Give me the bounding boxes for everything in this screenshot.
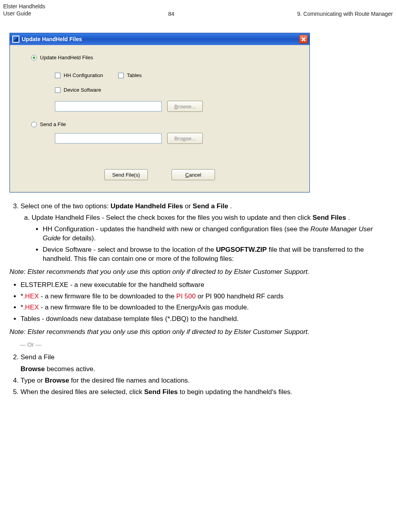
cancel-button[interactable]: Cancel <box>172 169 215 180</box>
step5-c: to begin updating the handheld's files. <box>180 388 292 396</box>
sub-hex1-end: or PI 900 handheld RF cards <box>196 292 283 300</box>
sub-bullet-hex-gas: *.HEX - a new firmware file to be downlo… <box>21 303 387 312</box>
sub-hex2-end: - a new firmware file to be downloaded t… <box>39 304 249 311</box>
button-text: Send File(s) <box>112 172 140 178</box>
button-mnemonic: B <box>174 104 178 109</box>
dialog-body: Update HandHeld Files HH Configuration T… <box>10 45 309 192</box>
bullet-hh-config: HH Configuration - updates the handheld … <box>43 225 387 243</box>
note-2: Note: Elster recommends that you only us… <box>9 328 387 337</box>
step3-bold2: Send a File <box>193 202 228 210</box>
bullet-tables: Tables - downloads new database template… <box>21 315 387 324</box>
running-header: Elster Handhelds User Guide 84 9. Commun… <box>3 3 393 17</box>
dialog-button-row: Send File(s) Cancel <box>19 169 300 180</box>
step3a-bold: Send Files <box>313 214 346 221</box>
send-file-path-input[interactable] <box>55 133 162 143</box>
step-3: Select one of the two options: Update Ha… <box>21 202 387 264</box>
header-right: 9. Communicating with Route Manager <box>297 11 393 17</box>
step3a-text-a: Update Handheld Files - Select the check… <box>32 214 313 221</box>
note-1: Note: Elster recommends that you only us… <box>9 268 387 277</box>
bullet-tables-text: Tables - downloads new database template… <box>21 315 239 323</box>
sub-hex1-mid: - a new firmware file to be downloaded t… <box>39 292 176 300</box>
check-device-sw-label: Device Software <box>64 87 101 93</box>
bullet-hhconfig-b: for details). <box>62 234 96 242</box>
step3b-browse-b: becomes active. <box>47 365 95 373</box>
sub-hex1-red1: .HEX <box>23 292 39 300</box>
sub-hex1-a: * <box>21 292 23 300</box>
step3-bold1: Update Handheld Files <box>111 202 183 210</box>
step3-text-a: Select one of the two options: <box>21 202 111 210</box>
checkbox-icon[interactable] <box>118 73 124 78</box>
button-mnemonic: w <box>182 136 186 141</box>
step-3b: Send a File Browse becomes active. <box>21 353 387 374</box>
step-3a: Update Handheld Files - Select the check… <box>32 213 387 264</box>
check-hh-config-label: HH Configuration <box>64 72 103 78</box>
note2-label: Note: <box>9 328 26 336</box>
dialog-titlebar[interactable]: Update HandHeld Files <box>10 33 309 45</box>
note1-text: Elster recommends that you only use this… <box>27 268 309 275</box>
sub-hex2-red: .HEX <box>23 304 39 311</box>
radio-icon[interactable] <box>31 122 37 127</box>
bullet-devsw-a: Device Software - select and browse to t… <box>43 246 216 253</box>
note2-text: Elster recommends that you only use this… <box>27 328 309 336</box>
header-left: Elster Handhelds User Guide <box>3 3 45 17</box>
window-icon <box>12 36 19 43</box>
header-left-line2: User Guide <box>3 10 45 17</box>
bullet-devsw-bold: UPGSOFTW.ZIP <box>216 246 266 253</box>
step-4: Type or Browse for the desired file name… <box>21 376 387 385</box>
button-text: rowse... <box>178 104 196 109</box>
send-files-button[interactable]: Send File(s) <box>104 169 148 180</box>
step4-a: Type or <box>21 377 45 384</box>
button-text-pre: Bro <box>174 136 182 141</box>
check-tables-label: Tables <box>127 72 142 78</box>
browse-send-file-button[interactable]: Browse... <box>167 133 203 144</box>
sub-hex1-red2: PI 500 <box>176 292 196 300</box>
step-5: When the desired files are selected, cli… <box>21 388 387 397</box>
radio-sendfile-label: Send a File <box>40 121 66 127</box>
sub-hex2-a: * <box>21 304 23 311</box>
step4-c: for the desired file names and locations… <box>71 377 190 384</box>
radio-sendfile-row[interactable]: Send a File <box>31 121 300 127</box>
step3b-text: Send a File <box>21 353 55 361</box>
sub-bullet-hex-pi500: *.HEX - a new firmware file to be downlo… <box>21 292 387 301</box>
button-text-post: se... <box>186 136 196 141</box>
checkbox-icon[interactable] <box>55 73 60 78</box>
page-number: 84 <box>45 11 297 17</box>
device-software-path-input[interactable] <box>55 101 162 111</box>
step3a-text-end: . <box>348 214 350 221</box>
step3-text-end: . <box>230 202 232 210</box>
radio-update-label: Update HandHeld Files <box>40 55 93 60</box>
check-hh-config[interactable]: HH Configuration <box>55 72 118 78</box>
device-software-path-row: Browse... <box>55 101 300 112</box>
check-device-software[interactable]: Device Software <box>55 87 118 93</box>
dialog-title: Update HandHeld Files <box>22 36 299 42</box>
step3b-browse-bold: Browse <box>21 365 45 373</box>
sub-bullet-elsterpi: ELSTERPI.EXE - a new executable for the … <box>21 281 387 290</box>
sub-elsterpi: ELSTERPI.EXE - a new executable for the … <box>21 281 204 289</box>
step3-text-mid: or <box>185 202 193 210</box>
browse-device-software-button[interactable]: Browse... <box>167 101 203 112</box>
send-file-path-row: Browse... <box>55 133 300 144</box>
note1-label: Note: <box>9 268 26 275</box>
or-separator: — Or — <box>20 341 387 349</box>
checkbox-icon[interactable] <box>55 87 60 93</box>
bullet-device-software: Device Software - select and browse to t… <box>43 245 387 264</box>
header-left-line1: Elster Handhelds <box>3 3 45 10</box>
dialog-window: Update HandHeld Files Update HandHeld Fi… <box>9 33 310 192</box>
check-tables[interactable]: Tables <box>118 72 181 78</box>
step5-a: When the desired files are selected, cli… <box>21 388 144 396</box>
step5-bold: Send Files <box>144 388 178 396</box>
button-text: ancel <box>189 172 201 178</box>
close-icon[interactable] <box>299 35 308 43</box>
document-body: Select one of the two options: Update Ha… <box>3 202 393 397</box>
step4-bold: Browse <box>45 377 69 384</box>
button-mnemonic: C <box>185 172 189 178</box>
bullet-hhconfig-a: HH Configuration - updates the handheld … <box>43 225 311 233</box>
radio-icon[interactable] <box>31 55 37 60</box>
radio-update-row[interactable]: Update HandHeld Files <box>31 55 300 60</box>
